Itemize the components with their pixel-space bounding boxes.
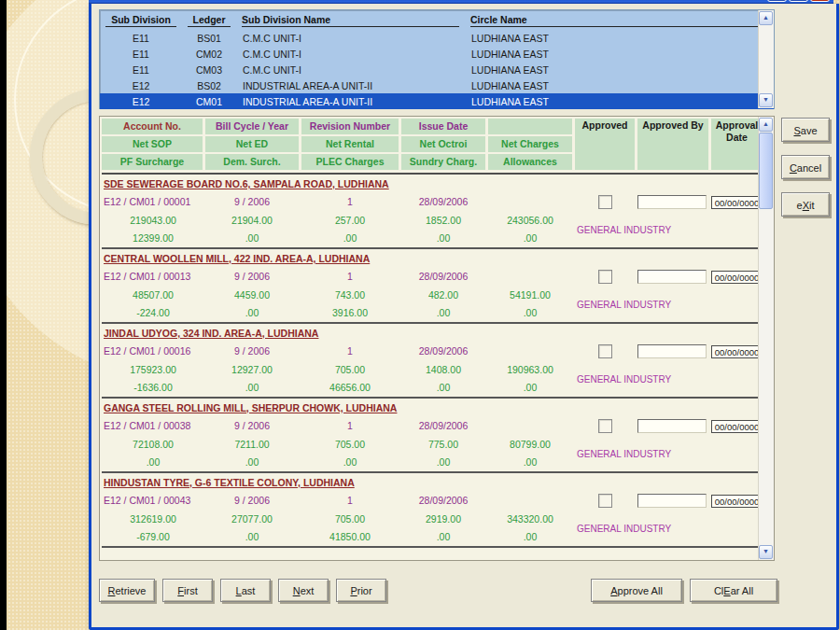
- consumer-name: CENTRAL WOOLLEN MILL, 422 IND. AREA-A, L…: [102, 251, 759, 267]
- consumer-category: GENERAL INDUSTRY: [575, 449, 759, 459]
- issue-date-value: 28/09/2006: [401, 416, 485, 436]
- approval-date-field[interactable]: 00/00/0000: [711, 345, 759, 358]
- clear-all-button[interactable]: ClEar All: [690, 579, 777, 602]
- net-ed-value: 21904.00: [205, 212, 299, 230]
- scroll-up-icon[interactable]: ▲: [759, 118, 773, 132]
- consumer-category: GENERAL INDUSTRY: [575, 374, 759, 385]
- net-rental-value: 705.00: [301, 511, 399, 528]
- header-blank: [488, 119, 572, 134]
- minimize-button[interactable]: ▂: [767, 0, 787, 2]
- dem-surch-value: .00: [205, 379, 299, 397]
- bill-cycle-value: 9 / 2006: [205, 192, 299, 212]
- allowances-value: .00: [488, 454, 572, 471]
- pf-surcharge-value: -1636.00: [102, 379, 203, 397]
- dem-surch-value: .00: [205, 528, 299, 546]
- consumer-name: JINDAL UDYOG, 324 IND. AREA-A, LUDHIANA: [102, 326, 759, 342]
- net-octroi-value: 1408.00: [401, 361, 485, 379]
- approved-by-input[interactable]: [637, 494, 707, 508]
- ledger-cell: CM03: [182, 64, 236, 76]
- net-octroi-value: 482.00: [401, 287, 485, 304]
- next-button[interactable]: Next: [278, 579, 329, 602]
- approved-checkbox[interactable]: [598, 195, 612, 209]
- approval-date-field[interactable]: 00/00/0000: [711, 196, 759, 209]
- retrieve-button[interactable]: Retrieve: [99, 579, 155, 602]
- prior-button[interactable]: Prior: [336, 579, 386, 602]
- revision-number-value: 1: [301, 342, 399, 361]
- approved-by-input[interactable]: [637, 344, 707, 358]
- scrollbar-thumb[interactable]: [759, 133, 773, 209]
- sub-division-cell: E11: [100, 49, 182, 60]
- column-header-sub-division: Sub Division: [105, 14, 176, 27]
- subdivision-row[interactable]: E12 CM01 INDUSTRIAL AREA-A UNIT-II LUDHI…: [100, 93, 774, 109]
- sundry-charg-value: .00: [401, 304, 485, 322]
- scroll-down-icon[interactable]: ▼: [759, 545, 773, 559]
- bill-record: JINDAL UDYOG, 324 IND. AREA-A, LUDHIANA …: [102, 324, 759, 399]
- circle-name-cell: LUDHIANA EAST: [465, 33, 774, 44]
- approved-checkbox[interactable]: [598, 344, 612, 358]
- cancel-button[interactable]: Cancel: [781, 155, 830, 179]
- consumer-category: GENERAL INDUSTRY: [575, 300, 759, 310]
- plec-charges-value: 3916.00: [301, 304, 399, 322]
- net-charges-value: 190963.00: [488, 361, 572, 379]
- approved-by-input[interactable]: [637, 195, 707, 209]
- subdivision-grid-header: Sub Division Ledger Sub Division Name Ci…: [100, 10, 774, 30]
- dem-surch-value: .00: [205, 454, 299, 471]
- subdivision-scrollbar[interactable]: ▲ ▼: [758, 10, 774, 108]
- subdivision-row[interactable]: E11 BS01 C.M.C UNIT-I LUDHIANA EAST: [100, 30, 774, 46]
- sub-division-name-cell: C.M.C UNIT-I: [236, 49, 465, 60]
- revision-number-value: 1: [301, 416, 399, 436]
- approved-cell: [575, 267, 635, 287]
- net-ed-value: 7211.00: [205, 436, 299, 454]
- approval-date-field[interactable]: 00/00/0000: [711, 420, 759, 433]
- bill-table-scrollbar[interactable]: ▲ ▼: [758, 117, 774, 560]
- scroll-up-icon[interactable]: ▲: [759, 11, 773, 25]
- sub-division-name-cell: INDUSTRIAL AREA-A UNIT-II: [236, 80, 465, 91]
- approved-checkbox[interactable]: [598, 270, 612, 284]
- approval-date-field[interactable]: 00/00/0000: [711, 495, 759, 508]
- header-revision-number: Revision Number: [301, 119, 399, 134]
- approved-by-cell: [637, 342, 708, 361]
- header-allowances: Allowances: [488, 154, 572, 170]
- close-button[interactable]: ×: [810, 0, 830, 2]
- sub-division-cell: E12: [100, 80, 182, 91]
- circle-name-cell: LUDHIANA EAST: [465, 49, 774, 60]
- approved-checkbox[interactable]: [598, 494, 612, 508]
- navigation-bar: Retrieve First Last Next Prior Approve A…: [99, 578, 829, 602]
- sub-division-cell: E11: [100, 64, 182, 76]
- subdivision-row[interactable]: E11 CM03 C.M.C UNIT-I LUDHIANA EAST: [100, 62, 774, 77]
- account-no-value: E12 / CM01 / 00001: [102, 192, 203, 212]
- header-net-sop: Net SOP: [102, 136, 203, 152]
- net-rental-value: 705.00: [301, 361, 399, 379]
- net-charges-value: 343320.00: [488, 511, 572, 528]
- save-button[interactable]: Save: [781, 118, 830, 142]
- ledger-cell: BS02: [182, 80, 236, 91]
- issue-date-value: 28/09/2006: [401, 267, 485, 287]
- maximize-button[interactable]: □: [789, 0, 808, 2]
- subdivision-row[interactable]: E11 CM02 C.M.C UNIT-I LUDHIANA EAST: [100, 46, 774, 62]
- approve-all-button[interactable]: Approve All: [591, 579, 682, 602]
- ledger-cell: CM01: [182, 96, 236, 107]
- net-rental-value: 743.00: [301, 287, 399, 304]
- approved-by-input[interactable]: [637, 419, 707, 433]
- first-button[interactable]: First: [162, 579, 213, 602]
- approved-by-input[interactable]: [637, 270, 707, 284]
- column-header-sub-division-name: Sub Division Name: [242, 14, 459, 27]
- issue-date-value: 28/09/2006: [401, 192, 485, 212]
- scroll-down-icon[interactable]: ▼: [759, 93, 773, 107]
- approval-date-cell: 00/00/0000: [711, 416, 759, 436]
- approved-checkbox[interactable]: [598, 419, 612, 433]
- net-octroi-value: 1852.00: [401, 212, 485, 230]
- approval-date-field[interactable]: 00/00/0000: [711, 271, 759, 284]
- sub-division-cell: E11: [100, 33, 182, 44]
- sub-division-name-cell: C.M.C UNIT-I: [236, 33, 465, 44]
- net-ed-value: 4459.00: [205, 287, 299, 304]
- consumer-category: GENERAL INDUSTRY: [575, 225, 759, 235]
- exit-button[interactable]: eXit: [781, 192, 830, 217]
- subdivision-row[interactable]: E12 BS02 INDUSTRIAL AREA-A UNIT-II LUDHI…: [100, 77, 774, 93]
- account-no-value: E12 / CM01 / 00043: [102, 491, 203, 511]
- header-net-rental: Net Rental: [301, 136, 399, 152]
- window-titlebar[interactable]: Approval ▂ □ ×: [89, 0, 833, 4]
- header-plec-charges: PLEC Charges: [301, 154, 399, 170]
- pf-surcharge-value: -679.00: [102, 528, 203, 546]
- last-button[interactable]: Last: [220, 579, 271, 602]
